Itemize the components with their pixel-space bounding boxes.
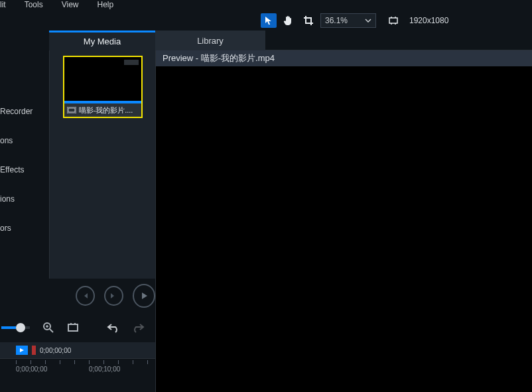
sidebar-blank — [0, 243, 49, 272]
svg-point-13 — [44, 323, 50, 330]
ruler-label-1: 0;00;10;00 — [89, 365, 120, 373]
sidebar-annotations[interactable]: ons — [0, 126, 49, 155]
preview-titlebar: Preview - 喵影-我的影片.mp4 — [156, 50, 532, 66]
canvas-dimensions: 1920x1080 — [409, 16, 448, 25]
redo-button[interactable] — [131, 320, 145, 336]
tab-library[interactable]: Library — [155, 31, 265, 50]
zoom-select[interactable]: 36.1% — [320, 13, 376, 28]
menu-view[interactable]: View — [62, 0, 79, 9]
svg-rect-14 — [68, 324, 78, 331]
sidebar-effects[interactable]: Effects — [0, 155, 49, 184]
menu-help[interactable]: Help — [97, 0, 113, 9]
fit-button[interactable] — [66, 320, 80, 336]
transport-controls — [0, 279, 155, 313]
film-icon — [67, 107, 76, 113]
timeline-zoom-slider[interactable] — [1, 326, 30, 329]
preview-panel: Preview - 喵影-我的影片.mp4 — [155, 50, 532, 392]
timeline-tools — [0, 313, 155, 342]
zoom-value: 36.1% — [325, 16, 348, 25]
svg-rect-2 — [68, 108, 75, 112]
tab-my-media[interactable]: My Media — [49, 31, 155, 50]
top-toolbar: 36.1% 1920x1080 — [261, 12, 532, 29]
sidebar-cursors[interactable]: ors — [0, 214, 49, 243]
hand-tool-button[interactable] — [281, 13, 297, 28]
svg-rect-0 — [389, 18, 397, 23]
sidebar-transitions[interactable]: ions — [0, 184, 49, 214]
timeline-header: 0;00;00;00 — [0, 342, 155, 358]
timeline-ruler[interactable]: 0;00;00;00 0;00;10;00 — [0, 358, 155, 374]
crop-tool-button[interactable] — [300, 13, 316, 28]
preview-canvas[interactable] — [156, 66, 532, 392]
tab-blank-area — [265, 31, 532, 50]
menu-edit[interactable]: lit — [0, 0, 6, 9]
next-frame-button[interactable] — [104, 286, 123, 306]
timeline[interactable]: 0;00;00;00 0;00;00;00 0;00;10;00 — [0, 342, 155, 392]
sidebar-recorder[interactable]: Recorder — [0, 97, 49, 126]
play-button[interactable] — [133, 284, 155, 308]
panel-tabs: My Media Library — [49, 31, 532, 50]
canvas-size-button[interactable] — [385, 13, 401, 28]
thumbnail-caption: 喵影-我的影片.... — [64, 103, 141, 117]
svg-rect-1 — [67, 107, 76, 113]
ruler-label-0: 0;00;00;00 — [16, 365, 47, 373]
in-out-marker[interactable] — [32, 346, 36, 355]
menu-tools[interactable]: Tools — [25, 0, 43, 9]
playhead-marker[interactable] — [16, 346, 28, 355]
thumbnail-image — [64, 57, 141, 101]
prev-frame-button[interactable] — [76, 286, 95, 306]
menu-bar: lit Tools View Help — [0, 0, 532, 11]
media-thumbnail[interactable]: 喵影-我的影片.... — [63, 56, 143, 118]
cursor-tool-button[interactable] — [261, 13, 277, 28]
preview-title: Preview - 喵影-我的影片.mp4 — [163, 52, 275, 64]
playhead-time: 0;00;00;00 — [40, 347, 71, 354]
zoom-in-button[interactable] — [42, 320, 56, 336]
undo-button[interactable] — [107, 320, 121, 336]
chevron-down-icon — [365, 17, 371, 24]
